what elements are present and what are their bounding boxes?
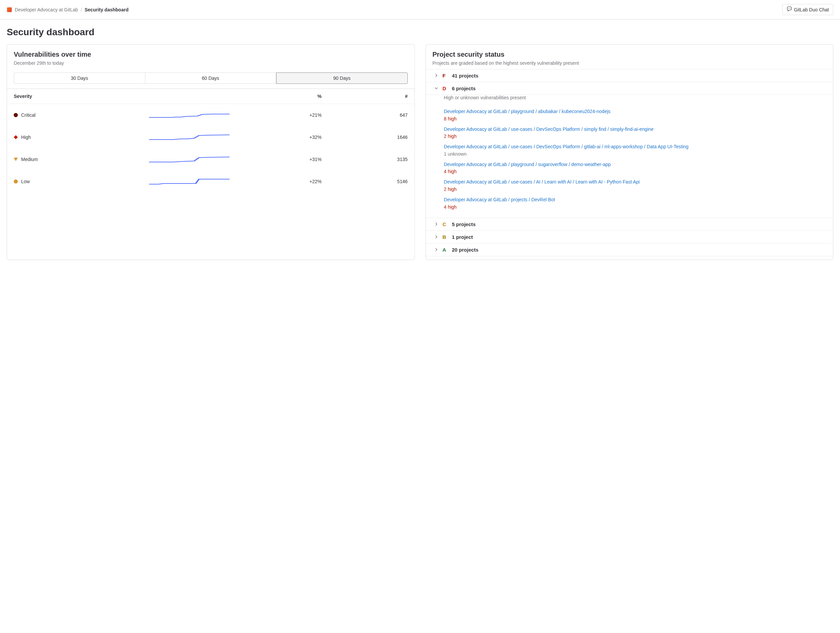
col-count: # <box>328 89 414 104</box>
grade-letter: C <box>443 221 448 227</box>
breadcrumb: Developer Advocacy at GitLab / Security … <box>7 7 128 13</box>
project-status: 8 high <box>444 116 825 121</box>
project-security-status-card: Project security status Projects are gra… <box>426 44 834 260</box>
project-link[interactable]: Developer Advocacy at GitLab / playgroun… <box>444 109 611 114</box>
duo-chat-label: GitLab Duo Chat <box>794 7 829 13</box>
project-status: 4 high <box>444 204 825 209</box>
severity-row-low: Low+22%5146 <box>7 170 414 192</box>
gitlab-duo-chat-button[interactable]: GitLab Duo Chat <box>782 4 833 15</box>
severity-label: Critical <box>21 112 36 118</box>
time-range-tabs: 30 Days 60 Days 90 Days <box>7 69 414 84</box>
vuln-card-subtitle: December 29th to today <box>14 60 408 66</box>
project-item: Developer Advocacy at GitLab / use-cases… <box>444 179 825 192</box>
svg-point-0 <box>788 8 789 9</box>
severity-count: 647 <box>328 104 414 126</box>
severity-label: High <box>21 134 31 140</box>
project-status: 2 high <box>444 186 825 192</box>
severity-icon-medium <box>14 157 18 161</box>
status-card-title: Project security status <box>433 50 827 58</box>
tab-60-days[interactable]: 60 Days <box>145 72 276 84</box>
col-severity: Severity <box>7 89 142 104</box>
grade-projects-list: Developer Advocacy at GitLab / playgroun… <box>426 104 833 218</box>
gitlab-logo-icon <box>7 7 12 13</box>
severity-pct: +31% <box>236 148 328 170</box>
severity-count: 1646 <box>328 126 414 148</box>
project-item: Developer Advocacy at GitLab / playgroun… <box>444 161 825 175</box>
project-status: 4 high <box>444 169 825 174</box>
tab-90-days[interactable]: 90 Days <box>276 72 408 84</box>
vulnerabilities-over-time-card: Vulnerabilities over time December 29th … <box>7 44 415 260</box>
vuln-card-title: Vulnerabilities over time <box>14 50 408 58</box>
grade-list: F41 projectsD6 projectsHigh or unknown v… <box>426 69 833 260</box>
severity-count: 5146 <box>328 170 414 192</box>
chevron-right-icon <box>434 221 439 227</box>
grade-count: 41 projects <box>452 73 478 79</box>
severity-label: Medium <box>21 157 38 162</box>
severity-table: Severity % # Critical+21%647High+32%1646… <box>7 88 414 192</box>
grade-row-A[interactable]: A20 projects <box>426 244 833 256</box>
breadcrumb-separator: / <box>81 7 82 13</box>
severity-row-critical: Critical+21%647 <box>7 104 414 126</box>
severity-icon-low <box>14 180 18 184</box>
col-percent: % <box>236 89 328 104</box>
chevron-right-icon <box>434 73 439 79</box>
severity-row-medium: Medium+31%3135 <box>7 148 414 170</box>
project-item: Developer Advocacy at GitLab / use-cases… <box>444 143 825 157</box>
chevron-right-icon <box>434 247 439 253</box>
svg-point-1 <box>789 8 790 9</box>
sparkline-low <box>149 176 229 186</box>
grade-row-D[interactable]: D6 projects <box>426 82 833 95</box>
grade-letter: D <box>443 85 448 91</box>
breadcrumb-current: Security dashboard <box>85 7 128 13</box>
grade-letter: B <box>443 234 448 240</box>
project-link[interactable]: Developer Advocacy at GitLab / use-cases… <box>444 144 688 149</box>
grade-row-B[interactable]: B1 project <box>426 231 833 244</box>
project-item: Developer Advocacy at GitLab / use-cases… <box>444 126 825 139</box>
chevron-down-icon <box>434 85 439 91</box>
grade-count: 20 projects <box>452 247 478 253</box>
status-card-subtitle: Projects are graded based on the highest… <box>433 60 827 66</box>
severity-icon-high <box>14 135 18 139</box>
severity-icon-critical <box>14 113 18 117</box>
top-bar: Developer Advocacy at GitLab / Security … <box>0 0 840 19</box>
duo-chat-icon <box>786 6 792 13</box>
project-status: 1 unknown <box>444 151 825 157</box>
sparkline-high <box>149 132 229 142</box>
grade-row-F[interactable]: F41 projects <box>426 69 833 82</box>
page-title: Security dashboard <box>0 19 840 41</box>
grade-letter: A <box>443 247 448 253</box>
grade-description: High or unknown vulnerabilities present <box>426 95 833 100</box>
severity-pct: +21% <box>236 104 328 126</box>
project-status: 2 high <box>444 134 825 139</box>
grade-row-C[interactable]: C5 projects <box>426 218 833 231</box>
project-link[interactable]: Developer Advocacy at GitLab / projects … <box>444 197 556 202</box>
severity-count: 3135 <box>328 148 414 170</box>
project-link[interactable]: Developer Advocacy at GitLab / use-cases… <box>444 179 640 184</box>
chevron-right-icon <box>434 234 439 240</box>
project-link[interactable]: Developer Advocacy at GitLab / playgroun… <box>444 162 611 167</box>
severity-pct: +22% <box>236 170 328 192</box>
project-link[interactable]: Developer Advocacy at GitLab / use-cases… <box>444 126 654 132</box>
grade-count: 6 projects <box>452 85 476 91</box>
severity-row-high: High+32%1646 <box>7 126 414 148</box>
grade-count: 5 projects <box>452 221 476 227</box>
project-item: Developer Advocacy at GitLab / playgroun… <box>444 109 825 121</box>
tab-30-days[interactable]: 30 Days <box>14 72 145 84</box>
project-item: Developer Advocacy at GitLab / projects … <box>444 197 825 209</box>
grade-letter: F <box>443 73 448 79</box>
sparkline-critical <box>149 110 229 120</box>
grade-count: 1 project <box>452 234 473 240</box>
breadcrumb-group-link[interactable]: Developer Advocacy at GitLab <box>15 7 78 13</box>
sparkline-medium <box>149 154 229 164</box>
severity-pct: +32% <box>236 126 328 148</box>
severity-label: Low <box>21 179 30 184</box>
